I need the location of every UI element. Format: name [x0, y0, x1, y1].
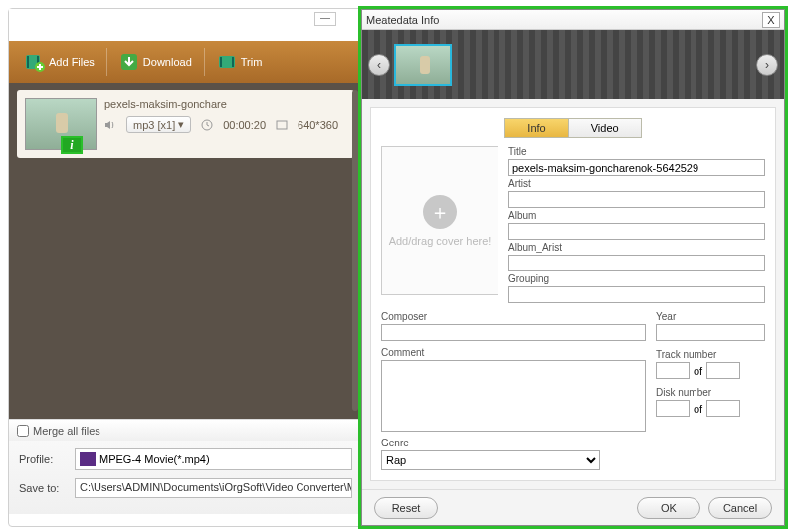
thumbnail-wrap: i	[25, 98, 97, 150]
svg-rect-6	[220, 57, 222, 67]
lower-right: Year Track number of Disk number of	[656, 311, 765, 470]
download-button[interactable]: Download	[109, 48, 202, 76]
window-header: —	[9, 9, 362, 41]
dialog-highlight: Meatedata Info X ‹ › Info Video ＋ Add/dr…	[358, 6, 788, 529]
add-files-button[interactable]: Add Files	[15, 48, 104, 76]
disk-label: Disk number	[656, 387, 765, 398]
album-input[interactable]	[508, 223, 765, 240]
close-button[interactable]: X	[762, 12, 780, 28]
format-selector[interactable]: mp3 [x1] ▾	[126, 116, 191, 133]
download-icon	[119, 52, 139, 72]
saveto-row: Save to: C:\Users\ADMIN\Documents\iOrgSo…	[19, 478, 352, 498]
year-input[interactable]	[656, 324, 765, 341]
track-of-label: of	[694, 365, 702, 377]
minimize-button[interactable]: —	[314, 12, 336, 26]
add-cover-icon: ＋	[423, 195, 457, 229]
strip-prev-button[interactable]: ‹	[368, 54, 390, 76]
film-add-icon	[25, 52, 45, 72]
info-icon: i	[70, 138, 73, 153]
composer-label: Composer	[381, 311, 646, 322]
cancel-label: Cancel	[723, 502, 757, 514]
album-artist-input[interactable]	[508, 255, 765, 271]
dialog-footer: Reset OK Cancel	[362, 489, 784, 525]
trim-label: Trim	[241, 56, 263, 68]
track-a-input[interactable]	[656, 362, 690, 379]
clock-icon	[201, 119, 213, 131]
lower-left: Composer Comment Genre Rap	[381, 311, 646, 470]
merge-checkbox[interactable]	[17, 425, 29, 437]
title-label: Title	[508, 146, 765, 157]
track-label: Track number	[656, 349, 765, 360]
disk-pair: of	[656, 400, 765, 417]
ok-label: OK	[661, 502, 677, 514]
svg-rect-1	[27, 56, 29, 68]
comment-label: Comment	[381, 347, 646, 358]
dialog-title: Meatedata Info	[366, 14, 762, 26]
reset-label: Reset	[392, 502, 421, 514]
saveto-value: C:\Users\ADMIN\Documents\iOrgSoft\Video …	[80, 481, 352, 493]
toolbar-separator	[106, 48, 107, 76]
cancel-button[interactable]: Cancel	[708, 497, 772, 519]
year-label: Year	[656, 311, 765, 322]
saveto-label: Save to:	[19, 482, 67, 494]
tab-video-label: Video	[591, 122, 619, 134]
format-value: mp3 [x1]	[133, 119, 175, 131]
upper-form: ＋ Add/drag cover here! Title Artist Albu…	[381, 146, 765, 303]
ok-button[interactable]: OK	[637, 497, 700, 519]
disk-a-input[interactable]	[656, 400, 690, 417]
profile-selector[interactable]: MPEG-4 Movie(*.mp4)	[75, 448, 352, 470]
download-label: Download	[143, 56, 192, 68]
album-label: Album	[508, 210, 765, 221]
cover-dropzone[interactable]: ＋ Add/drag cover here!	[381, 146, 498, 295]
disk-of-label: of	[694, 403, 702, 415]
track-pair: of	[656, 362, 765, 379]
artist-label: Artist	[508, 178, 765, 189]
speaker-icon	[104, 119, 116, 131]
main-toolbar: Add Files Download Trim	[9, 41, 362, 83]
file-item[interactable]: i pexels-maksim-gonchare mp3 [x1] ▾ 00:0…	[17, 90, 354, 158]
genre-select[interactable]: Rap	[381, 450, 600, 470]
duration-value: 00:00:20	[223, 119, 266, 131]
strip-thumbnail[interactable]	[394, 44, 452, 86]
file-list-area: i pexels-maksim-gonchare mp3 [x1] ▾ 00:0…	[9, 83, 362, 419]
tab-info-label: Info	[527, 122, 545, 134]
resolution-value: 640*360	[298, 119, 338, 131]
svg-rect-7	[232, 57, 234, 67]
album-artist-label: Album_Arist	[508, 242, 765, 253]
chevron-down-icon: ▾	[178, 118, 184, 131]
tabs-row: Info Video	[381, 118, 765, 138]
genre-label: Genre	[381, 438, 646, 448]
reset-button[interactable]: Reset	[374, 497, 438, 519]
saveto-path[interactable]: C:\Users\ADMIN\Documents\iOrgSoft\Video …	[75, 478, 352, 498]
mp4-icon	[80, 452, 96, 466]
strip-next-button[interactable]: ›	[756, 54, 778, 76]
title-input[interactable]	[508, 159, 765, 176]
comment-input[interactable]	[381, 360, 646, 432]
grouping-label: Grouping	[508, 273, 765, 284]
composer-input[interactable]	[381, 324, 646, 341]
trim-button[interactable]: Trim	[207, 48, 273, 76]
profile-row: Profile: MPEG-4 Movie(*.mp4)	[19, 448, 352, 470]
file-title: pexels-maksim-gonchare	[104, 98, 346, 110]
merge-label: Merge all files	[33, 425, 100, 437]
bottom-panel: Profile: MPEG-4 Movie(*.mp4) Save to: C:…	[9, 441, 362, 514]
svg-rect-9	[277, 121, 287, 129]
add-files-label: Add Files	[49, 56, 95, 68]
merge-row: Merge all files	[9, 419, 362, 441]
grouping-input[interactable]	[508, 286, 765, 303]
disk-b-input[interactable]	[706, 400, 740, 417]
artist-input[interactable]	[508, 191, 765, 208]
info-button[interactable]: i	[61, 136, 83, 154]
profile-label: Profile:	[19, 453, 67, 465]
file-details-row: mp3 [x1] ▾ 00:00:20 640*360	[104, 116, 346, 133]
toolbar-separator	[204, 48, 205, 76]
resolution-icon	[276, 119, 288, 131]
metadata-dialog: Meatedata Info X ‹ › Info Video ＋ Add/dr…	[361, 9, 785, 526]
dialog-titlebar[interactable]: Meatedata Info X	[362, 10, 784, 30]
thumbnail-strip: ‹ ›	[362, 30, 784, 99]
tab-info[interactable]: Info	[504, 118, 568, 138]
file-meta: pexels-maksim-gonchare mp3 [x1] ▾ 00:00:…	[104, 98, 346, 150]
track-b-input[interactable]	[706, 362, 740, 379]
tab-video[interactable]: Video	[569, 118, 642, 138]
dialog-body: Info Video ＋ Add/drag cover here! Title …	[370, 107, 776, 481]
